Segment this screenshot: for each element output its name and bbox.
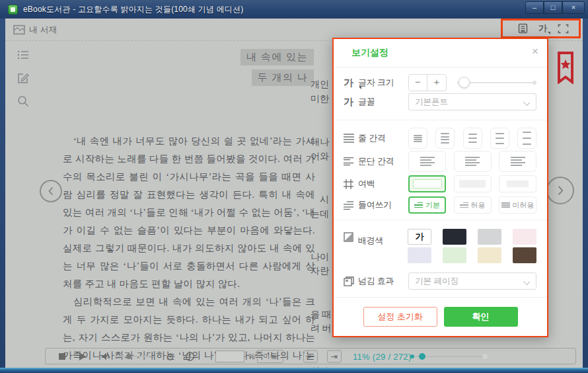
- volume-icon[interactable]: [101, 352, 112, 361]
- background-color-icon: [344, 232, 358, 242]
- indent-option-allow[interactable]: 허용: [454, 196, 492, 214]
- reset-settings-button[interactable]: 설정 초기화: [363, 307, 437, 327]
- margin-option-2[interactable]: [454, 175, 492, 192]
- gear-icon[interactable]: ⚙: [166, 351, 174, 361]
- margin-option-3[interactable]: [499, 175, 536, 192]
- margin-icon: [344, 179, 358, 189]
- font-size-plus-button[interactable]: +: [427, 75, 446, 91]
- paragraph-spacing-label: 문단 간격: [358, 155, 408, 167]
- line-spacing-option-1[interactable]: [408, 128, 427, 149]
- close-button[interactable]: ×: [562, 1, 585, 14]
- paragraph-spacing-option-3[interactable]: [499, 151, 536, 172]
- paragraph-spacing-option-1[interactable]: [408, 151, 446, 172]
- right-column-clipped-text: 개인미한 대나어와 시는데 나이자란 을 때려 버 없다하는 끼게 이 루고는 …: [311, 49, 334, 368]
- font-size-row: 가 글자 크기 − +: [334, 73, 547, 93]
- volume-slider[interactable]: [114, 356, 150, 357]
- bg-swatch-gray[interactable]: [478, 229, 501, 245]
- maximize-button[interactable]: □: [544, 1, 562, 14]
- view-settings-panel: 보기설정 × 가 글자 크기 − +: [332, 38, 548, 337]
- font-family-select[interactable]: 기본폰트: [408, 93, 536, 110]
- toc-settings-icon[interactable]: [518, 23, 528, 34]
- panel-close-icon[interactable]: ×: [532, 45, 538, 58]
- reading-progress-label: 11% (29 / 272): [353, 351, 412, 361]
- font-family-label: 글꼴: [358, 96, 408, 108]
- margin-option-1-selected[interactable]: [408, 175, 446, 192]
- chevron-right-icon: [557, 185, 564, 196]
- page-percent-input[interactable]: [215, 351, 244, 362]
- panel-header: 보기설정 ×: [334, 39, 547, 67]
- progress-start-dot: [410, 354, 414, 358]
- view-tools-highlight-box: 가: [501, 19, 581, 38]
- line-spacing-option-5[interactable]: [517, 128, 536, 149]
- indent-option-disallow[interactable]: 미허용: [499, 196, 536, 214]
- chapter-title: 내 속에 있는 두 개의 나: [240, 49, 314, 90]
- background-color-swatches: 가: [408, 229, 536, 263]
- prev-page-button[interactable]: [40, 180, 62, 202]
- go-button[interactable]: 이동: [257, 350, 283, 363]
- indent-row: 들여쓰기 기본 허용 미허용: [334, 196, 547, 214]
- bookmark-ribbon-icon[interactable]: [557, 52, 574, 84]
- font-size-icon: 가: [344, 77, 358, 89]
- bottom-toolbar: ⚙ % 이동 ⇤ ⇥ 11% (29 / 272): [45, 348, 576, 364]
- panel-title: 보기설정: [351, 47, 388, 59]
- page-effect-label: 넘김 효과: [358, 275, 408, 287]
- progress-knob[interactable]: [419, 353, 425, 360]
- indent-glyph-icon: [460, 202, 468, 208]
- volume-slider-knob[interactable]: [126, 354, 131, 359]
- bg-swatch-pink[interactable]: [513, 229, 536, 245]
- minimize-button[interactable]: –: [525, 1, 544, 14]
- window-title: eBook도서관 - 고요할수록 밝아지는 것들(100쇄 기념 에디션): [23, 4, 243, 15]
- bg-swatch-green[interactable]: [443, 247, 466, 263]
- bg-swatch-white[interactable]: 가: [408, 229, 431, 245]
- search-icon[interactable]: [17, 95, 29, 107]
- tts-stop-button[interactable]: [59, 353, 65, 360]
- side-rail: [17, 49, 29, 107]
- line-spacing-option-4[interactable]: [490, 128, 509, 149]
- paragraph-spacing-row: 문단 간격: [334, 151, 547, 172]
- font-size-slider-end-dot: [533, 81, 536, 85]
- jump-first-bookmark-icon[interactable]: ⇤: [303, 350, 318, 362]
- clock-icon[interactable]: [185, 351, 195, 361]
- percent-sign: %: [248, 352, 255, 360]
- reading-progress-slider[interactable]: [410, 356, 488, 357]
- window-frame-bottom: [0, 368, 588, 373]
- book-page-text: ‘내 속엔 내가 너무도 많아 당신의 쉴 곳 없네’라는 가사로 시작하는 노…: [63, 132, 315, 368]
- tts-play-button[interactable]: [79, 352, 86, 360]
- bg-swatch-dark[interactable]: [443, 229, 466, 245]
- divider: [334, 220, 547, 220]
- bg-swatch-lavender[interactable]: [408, 247, 431, 263]
- indent-option-default-selected[interactable]: 기본: [408, 196, 446, 214]
- my-library-button[interactable]: 내 서재: [13, 24, 57, 36]
- line-spacing-row: 줄 간격: [334, 128, 547, 149]
- table-of-contents-icon[interactable]: [17, 49, 29, 61]
- progress-end-dot: [482, 354, 488, 359]
- font-size-slider-knob[interactable]: [459, 77, 470, 88]
- chapter-title-line: 내 속에 있는: [240, 49, 314, 65]
- line-spacing-option-2[interactable]: [435, 128, 455, 149]
- indent-icon: [344, 201, 358, 210]
- font-size-label: 글자 크기: [358, 77, 408, 89]
- margin-label: 여백: [358, 178, 408, 190]
- next-page-button[interactable]: [546, 177, 574, 204]
- line-spacing-option-3[interactable]: [463, 128, 482, 149]
- bg-swatch-cream[interactable]: [478, 247, 501, 263]
- page-effect-value: 기본 페이징: [415, 276, 459, 287]
- reader-area: 내 서재 가: [5, 19, 583, 368]
- paragraph-spacing-option-2[interactable]: [454, 151, 492, 172]
- font-settings-icon[interactable]: 가: [538, 22, 547, 34]
- divider: [334, 297, 547, 298]
- paragraph-spacing-icon: [344, 157, 358, 166]
- bg-swatch-brown[interactable]: [513, 247, 536, 263]
- background-color-label: 배경색: [358, 235, 408, 247]
- note-icon[interactable]: [17, 72, 29, 84]
- divider: [334, 67, 547, 67]
- font-size-slider[interactable]: [457, 82, 536, 83]
- indent-glyph-icon: [501, 202, 510, 208]
- fullscreen-icon[interactable]: [558, 24, 569, 34]
- jump-last-bookmark-icon[interactable]: ⇥: [327, 350, 342, 362]
- page-effect-select[interactable]: 기본 페이징: [408, 272, 536, 290]
- line-spacing-label: 줄 간격: [358, 132, 408, 144]
- panel-footer: 설정 초기화 확인: [334, 307, 547, 327]
- confirm-button[interactable]: 확인: [444, 307, 518, 327]
- font-size-minus-button[interactable]: −: [409, 75, 427, 91]
